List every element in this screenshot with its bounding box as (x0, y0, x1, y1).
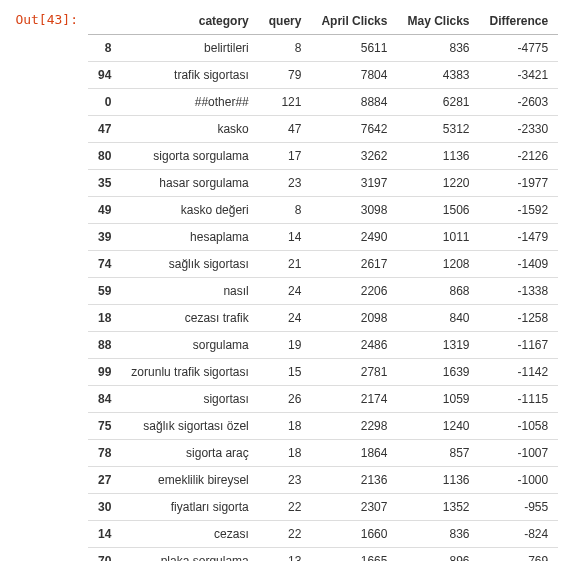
cell-diff: -1338 (480, 278, 559, 305)
cell-diff: -1977 (480, 170, 559, 197)
cell-query: 26 (259, 386, 312, 413)
cell-may: 1136 (397, 143, 479, 170)
cell-diff: -2603 (480, 89, 559, 116)
table-row: 18cezası trafik242098840-1258 (88, 305, 558, 332)
col-header-april: April Clicks (311, 8, 397, 35)
table-row: 27emeklilik bireysel2321361136-1000 (88, 467, 558, 494)
row-index: 59 (88, 278, 121, 305)
cell-may: 1208 (397, 251, 479, 278)
cell-april: 2617 (311, 251, 397, 278)
cell-category: hesaplama (121, 224, 258, 251)
cell-category: sağlık sigortası özel (121, 413, 258, 440)
cell-diff: -2330 (480, 116, 559, 143)
cell-april: 8884 (311, 89, 397, 116)
cell-diff: -1115 (480, 386, 559, 413)
row-index: 75 (88, 413, 121, 440)
row-index: 18 (88, 305, 121, 332)
cell-query: 8 (259, 35, 312, 62)
cell-category: belirtileri (121, 35, 258, 62)
cell-query: 121 (259, 89, 312, 116)
table-row: 88sorgulama1924861319-1167 (88, 332, 558, 359)
cell-may: 6281 (397, 89, 479, 116)
table-row: 84sigortası2621741059-1115 (88, 386, 558, 413)
cell-april: 5611 (311, 35, 397, 62)
table-row: 0##other##12188846281-2603 (88, 89, 558, 116)
row-index: 47 (88, 116, 121, 143)
cell-category: trafik sigortası (121, 62, 258, 89)
table-row: 35hasar sorgulama2331971220-1977 (88, 170, 558, 197)
cell-category: cezası (121, 521, 258, 548)
cell-april: 7804 (311, 62, 397, 89)
cell-may: 896 (397, 548, 479, 562)
col-header-may: May Clicks (397, 8, 479, 35)
cell-category: sağlık sigortası (121, 251, 258, 278)
cell-diff: -824 (480, 521, 559, 548)
cell-may: 1059 (397, 386, 479, 413)
row-index: 84 (88, 386, 121, 413)
row-index: 74 (88, 251, 121, 278)
cell-query: 22 (259, 494, 312, 521)
cell-april: 1665 (311, 548, 397, 562)
cell-query: 23 (259, 170, 312, 197)
cell-may: 1506 (397, 197, 479, 224)
row-index: 30 (88, 494, 121, 521)
cell-may: 1240 (397, 413, 479, 440)
cell-query: 19 (259, 332, 312, 359)
table-row: 49kasko değeri830981506-1592 (88, 197, 558, 224)
cell-may: 5312 (397, 116, 479, 143)
row-index: 94 (88, 62, 121, 89)
cell-may: 1011 (397, 224, 479, 251)
cell-query: 47 (259, 116, 312, 143)
table-row: 74sağlık sigortası2126171208-1409 (88, 251, 558, 278)
row-index: 0 (88, 89, 121, 116)
cell-query: 8 (259, 197, 312, 224)
cell-may: 836 (397, 521, 479, 548)
table-row: 8belirtileri85611836-4775 (88, 35, 558, 62)
cell-may: 4383 (397, 62, 479, 89)
table-body: 8belirtileri85611836-477594trafik sigort… (88, 35, 558, 562)
cell-april: 2781 (311, 359, 397, 386)
cell-april: 2174 (311, 386, 397, 413)
cell-may: 840 (397, 305, 479, 332)
cell-diff: -1000 (480, 467, 559, 494)
cell-diff: -1058 (480, 413, 559, 440)
output-area: category query April Clicks May Clicks D… (88, 8, 569, 561)
table-row: 70plaka sorgulama131665896-769 (88, 548, 558, 562)
dataframe-table: category query April Clicks May Clicks D… (88, 8, 558, 561)
row-index: 88 (88, 332, 121, 359)
cell-april: 2490 (311, 224, 397, 251)
row-index: 80 (88, 143, 121, 170)
cell-diff: -1007 (480, 440, 559, 467)
row-index: 27 (88, 467, 121, 494)
cell-category: sigorta araç (121, 440, 258, 467)
col-header-category: category (121, 8, 258, 35)
cell-diff: -1142 (480, 359, 559, 386)
cell-category: sorgulama (121, 332, 258, 359)
cell-may: 1319 (397, 332, 479, 359)
cell-diff: -3421 (480, 62, 559, 89)
cell-category: hasar sorgulama (121, 170, 258, 197)
col-header-diff: Difference (480, 8, 559, 35)
cell-may: 868 (397, 278, 479, 305)
cell-category: cezası trafik (121, 305, 258, 332)
cell-april: 2136 (311, 467, 397, 494)
cell-april: 7642 (311, 116, 397, 143)
cell-april: 2206 (311, 278, 397, 305)
cell-april: 1864 (311, 440, 397, 467)
cell-category: nasıl (121, 278, 258, 305)
cell-category: sigortası (121, 386, 258, 413)
table-header: category query April Clicks May Clicks D… (88, 8, 558, 35)
cell-query: 13 (259, 548, 312, 562)
cell-category: zorunlu trafik sigortası (121, 359, 258, 386)
cell-query: 21 (259, 251, 312, 278)
cell-diff: -1258 (480, 305, 559, 332)
cell-category: plaka sorgulama (121, 548, 258, 562)
table-row: 59nasıl242206868-1338 (88, 278, 558, 305)
cell-diff: -1592 (480, 197, 559, 224)
table-row: 75sağlık sigortası özel1822981240-1058 (88, 413, 558, 440)
cell-diff: -769 (480, 548, 559, 562)
table-row: 39hesaplama1424901011-1479 (88, 224, 558, 251)
cell-category: ##other## (121, 89, 258, 116)
cell-april: 3098 (311, 197, 397, 224)
table-row: 78sigorta araç181864857-1007 (88, 440, 558, 467)
